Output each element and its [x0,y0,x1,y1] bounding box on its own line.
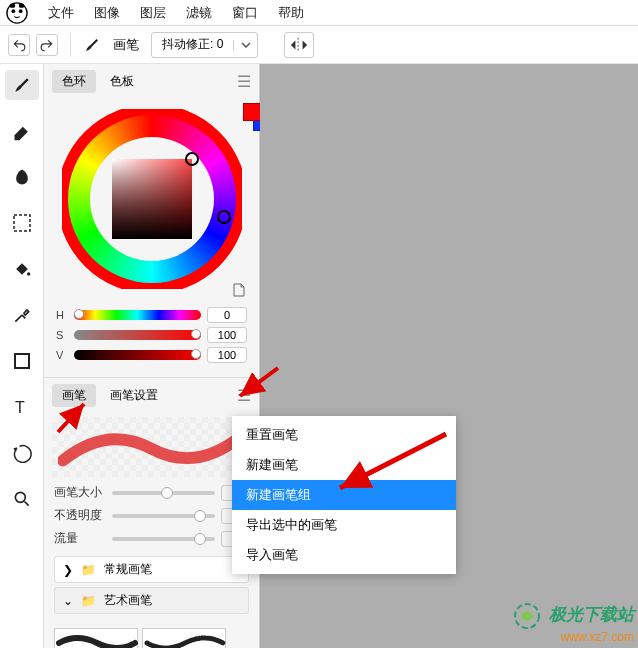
brush-set-normal[interactable]: ❯ 📁 常规画笔 [54,556,249,583]
ctx-export-brush[interactable]: 导出选中的画笔 [232,510,456,540]
svg-point-2 [19,9,23,13]
menu-bar: 文件 图像 图层 滤镜 窗口 帮助 [0,0,638,26]
tool-options-bar: 画笔 抖动修正: 0 [0,26,638,64]
chevron-right-icon: ❯ [63,563,73,577]
tab-brush-settings[interactable]: 画笔设置 [100,384,168,407]
hue-input[interactable] [207,307,247,323]
ctx-import-brush[interactable]: 导入画笔 [232,540,456,570]
smudge-tool[interactable] [5,162,39,192]
menu-layer[interactable]: 图层 [130,4,176,22]
jitter-control[interactable]: 抖动修正: 0 [151,32,258,58]
brush-label: 画笔 [113,36,139,54]
svg-point-3 [10,3,16,7]
color-panel: 色环 色板 ☰ [44,64,259,377]
menu-file[interactable]: 文件 [38,4,84,22]
sat-slider[interactable]: S [56,327,247,343]
brush-thumb[interactable] [142,628,226,648]
val-slider[interactable]: V [56,347,247,363]
eyedropper-tool[interactable] [5,300,39,330]
side-panels: 色环 色板 ☰ [44,64,260,648]
page-icon[interactable] [233,283,245,297]
transform-tool[interactable] [5,438,39,468]
svg-point-6 [27,272,30,275]
tool-strip: T [0,64,44,648]
svg-point-4 [19,3,25,7]
menu-help[interactable]: 帮助 [268,4,314,22]
menu-image[interactable]: 图像 [84,4,130,22]
menu-filter[interactable]: 滤镜 [176,4,222,22]
val-input[interactable] [207,347,247,363]
fill-tool[interactable] [5,254,39,284]
tab-color-swatch[interactable]: 色板 [100,70,144,93]
separator [70,33,71,57]
symmetry-button[interactable] [284,32,314,58]
folder-icon: 📁 [81,594,96,608]
hue-slider[interactable]: H [56,307,247,323]
svg-rect-7 [15,354,29,368]
tab-color-ring[interactable]: 色环 [52,70,96,93]
brush-icon [83,36,101,54]
menu-window[interactable]: 窗口 [222,4,268,22]
brush-tool[interactable] [5,70,39,100]
marquee-tool[interactable] [5,208,39,238]
color-wheel[interactable] [62,109,242,289]
undo-button[interactable] [8,34,30,56]
text-tool[interactable]: T [5,392,39,422]
svg-rect-14 [112,159,192,239]
chevron-down-icon[interactable] [233,40,257,50]
annotation-arrow [232,364,282,404]
watermark-icon [513,602,541,630]
redo-button[interactable] [36,34,58,56]
hamburger-icon[interactable]: ☰ [237,72,251,91]
sat-input[interactable] [207,327,247,343]
brush-thumbnails [44,624,259,648]
svg-text:T: T [15,399,25,416]
app-logo [6,2,28,24]
annotation-arrow [330,430,450,500]
brush-thumb[interactable] [54,628,138,648]
jitter-label: 抖动修正: 0 [152,36,233,53]
svg-rect-5 [14,215,30,231]
brush-opacity-row[interactable]: 不透明度 82 [44,504,259,527]
shape-tool[interactable] [5,346,39,376]
chevron-down-icon: ⌄ [63,594,73,608]
folder-icon: 📁 [81,563,96,577]
brush-size-row[interactable]: 画笔大小 2 [44,481,259,504]
svg-point-9 [15,492,25,502]
svg-point-1 [12,9,16,13]
annotation-arrow [54,396,94,436]
zoom-tool[interactable] [5,484,39,514]
brush-set-art[interactable]: ⌄ 📁 艺术画笔 [54,587,249,614]
watermark: 极光下载站 www.xz7.com [513,602,634,644]
eraser-tool[interactable] [5,116,39,146]
brush-flow-row[interactable]: 流量 82 [44,527,259,550]
